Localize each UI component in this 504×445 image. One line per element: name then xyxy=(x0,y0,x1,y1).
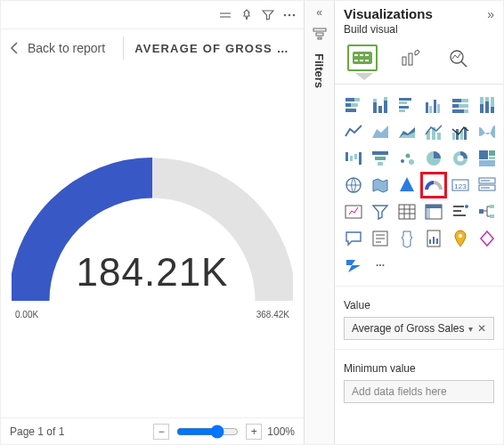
stacked-bar-chart-icon[interactable] xyxy=(342,93,365,117)
svg-rect-40 xyxy=(452,104,459,108)
pin-icon[interactable] xyxy=(240,8,254,22)
power-automate-icon[interactable] xyxy=(342,254,365,277)
zoom-out-button[interactable]: − xyxy=(153,424,169,440)
grip-icon[interactable] xyxy=(218,8,232,22)
svg-rect-16 xyxy=(409,53,412,65)
value-field-well[interactable]: Average of Gross Sales ▾ ✕ xyxy=(344,317,494,340)
report-canvas[interactable]: 184.21K 0.00K 368.42K xyxy=(1,70,304,417)
zoom-slider[interactable] xyxy=(176,425,239,439)
powerapps-icon[interactable] xyxy=(476,227,499,250)
svg-rect-13 xyxy=(360,60,363,61)
filters-tab-label: Filters xyxy=(313,53,326,88)
svg-rect-35 xyxy=(434,100,436,113)
viz-type-grid: 123 ··· xyxy=(335,90,503,280)
svg-rect-6 xyxy=(316,33,323,36)
svg-point-3 xyxy=(289,13,291,16)
svg-rect-57 xyxy=(350,156,353,161)
paginated-report-icon[interactable] xyxy=(422,227,445,250)
key-influencers-icon[interactable] xyxy=(395,227,419,250)
chevron-down-icon[interactable]: ▾ xyxy=(468,324,473,334)
more-visuals-button[interactable]: ··· xyxy=(369,254,392,277)
svg-rect-58 xyxy=(354,154,357,159)
zoom-in-button[interactable]: + xyxy=(246,424,262,440)
clustered-column-chart-icon[interactable] xyxy=(422,93,445,117)
build-tab[interactable] xyxy=(347,44,378,71)
remove-field-button[interactable]: ✕ xyxy=(477,322,486,335)
svg-rect-36 xyxy=(437,104,440,113)
card-icon[interactable]: 123 xyxy=(449,174,472,197)
line-stacked-column-icon[interactable] xyxy=(422,120,445,143)
svg-rect-5 xyxy=(313,28,326,31)
waterfall-chart-icon[interactable] xyxy=(342,147,365,170)
svg-rect-61 xyxy=(375,157,386,160)
clustered-bar-chart-icon[interactable] xyxy=(395,93,419,117)
chevron-left-icon[interactable]: « xyxy=(316,6,322,19)
value-field-name: Average of Gross Sales xyxy=(352,322,465,335)
minimum-value-well[interactable]: Add data fields here xyxy=(344,380,494,403)
svg-point-104 xyxy=(459,234,462,238)
filter-icon[interactable] xyxy=(261,8,275,22)
svg-rect-15 xyxy=(402,57,406,65)
gauge-chart-icon[interactable] xyxy=(422,174,445,197)
svg-rect-102 xyxy=(433,237,435,244)
svg-rect-101 xyxy=(429,239,431,244)
gauge-visual[interactable]: 184.21K 0.00K 368.42K xyxy=(12,150,293,320)
svg-rect-27 xyxy=(384,101,387,113)
svg-rect-69 xyxy=(479,150,488,159)
minimum-value-section: Minimum value Add data fields here xyxy=(335,355,503,407)
table-icon[interactable] xyxy=(395,200,419,223)
status-bar: Page 1 of 1 − + 100% xyxy=(1,417,304,444)
svg-rect-60 xyxy=(372,151,388,155)
stacked-area-chart-icon[interactable] xyxy=(395,120,419,143)
hundred-stacked-column-icon[interactable] xyxy=(476,93,499,117)
back-to-report-button[interactable]: Back to report xyxy=(6,41,112,55)
filled-map-icon[interactable] xyxy=(369,174,392,197)
decomposition-tree-icon[interactable] xyxy=(476,200,499,223)
donut-chart-icon[interactable] xyxy=(449,147,472,170)
divider xyxy=(335,349,503,350)
slicer-icon[interactable] xyxy=(369,200,392,223)
app-root: Back to report AVERAGE OF GROSS SAL… 184… xyxy=(0,0,504,445)
svg-rect-14 xyxy=(365,60,369,61)
qa-visual-icon[interactable] xyxy=(342,227,365,250)
filters-pane-collapsed[interactable]: « Filters xyxy=(304,1,334,444)
r-visual-icon[interactable] xyxy=(449,200,472,223)
divider xyxy=(123,36,124,60)
more-icon[interactable] xyxy=(282,8,297,22)
svg-rect-103 xyxy=(436,239,438,244)
line-clustered-column-icon[interactable] xyxy=(449,120,472,143)
svg-rect-33 xyxy=(426,102,428,113)
value-field-section: Value Average of Gross Sales ▾ ✕ xyxy=(335,292,503,344)
svg-rect-23 xyxy=(345,109,356,112)
scatter-chart-icon[interactable] xyxy=(395,147,419,170)
svg-rect-12 xyxy=(354,60,358,61)
zoom-level: 100% xyxy=(267,425,295,438)
line-chart-icon[interactable] xyxy=(342,120,365,143)
stacked-column-chart-icon[interactable] xyxy=(369,93,392,117)
ribbon-chart-icon[interactable] xyxy=(476,120,499,143)
kpi-icon[interactable] xyxy=(342,200,365,223)
divider xyxy=(335,84,503,85)
pie-chart-icon[interactable] xyxy=(422,147,445,170)
funnel-chart-icon[interactable] xyxy=(369,147,392,170)
narrative-icon[interactable] xyxy=(369,227,392,250)
azure-map-icon[interactable] xyxy=(395,174,419,197)
svg-rect-56 xyxy=(345,152,348,161)
svg-point-65 xyxy=(409,159,414,165)
hundred-stacked-bar-icon[interactable] xyxy=(449,93,472,117)
svg-rect-21 xyxy=(345,103,351,107)
format-tab[interactable] xyxy=(395,44,426,71)
map-icon[interactable] xyxy=(342,174,365,197)
multi-row-card-icon[interactable] xyxy=(476,174,499,197)
area-chart-icon[interactable] xyxy=(369,120,392,143)
svg-rect-46 xyxy=(485,101,489,113)
svg-rect-20 xyxy=(354,98,360,101)
header-row: Back to report AVERAGE OF GROSS SAL… xyxy=(1,29,304,70)
analytics-tab[interactable] xyxy=(443,44,474,71)
chevron-right-icon[interactable]: » xyxy=(487,7,494,21)
panel-title: Visualizations xyxy=(344,6,433,21)
svg-rect-28 xyxy=(384,97,387,101)
treemap-chart-icon[interactable] xyxy=(476,147,499,170)
matrix-icon[interactable] xyxy=(422,200,445,223)
arcgis-map-icon[interactable] xyxy=(449,227,472,250)
